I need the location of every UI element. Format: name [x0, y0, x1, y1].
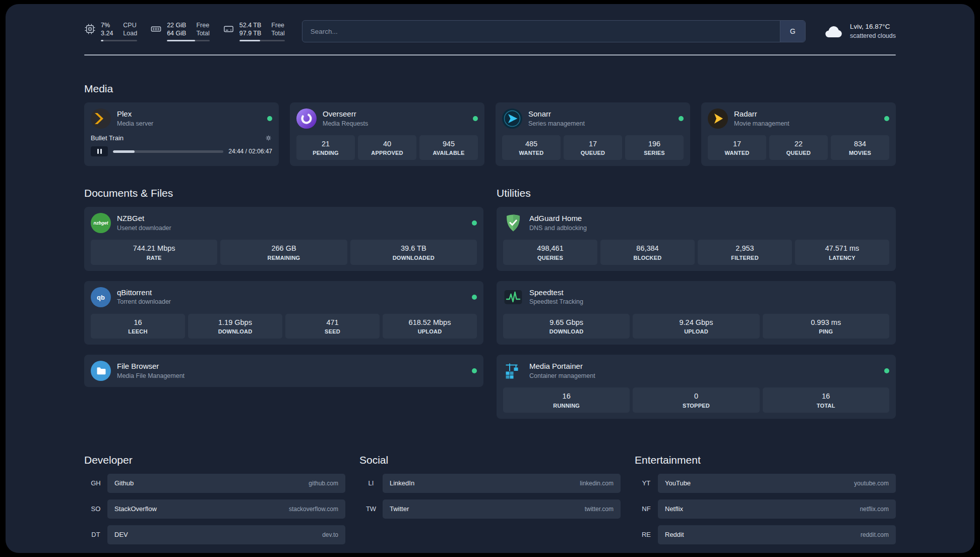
weather-widget: Lviv, 16.87°C scattered clouds — [823, 22, 896, 40]
service-description: Media server — [117, 120, 153, 128]
dashboard-content: 7% 3.24 CPU Load 22 GiB 64 GiB — [6, 4, 974, 553]
memory-total-value: 64 GiB — [167, 29, 186, 37]
bookmark-youtube[interactable]: YT YouTubeyoutube.com — [635, 474, 896, 493]
bookmark-abbr: DT — [84, 525, 107, 544]
service-description: Media Requests — [323, 120, 368, 128]
stat-box: 834MOVIES — [831, 135, 889, 160]
bookmark-name: Netflix — [665, 505, 683, 513]
search-input[interactable] — [302, 21, 780, 42]
bookmark-domain: youtube.com — [854, 480, 889, 487]
stat-box: 86,384BLOCKED — [600, 240, 695, 264]
service-card-overseerr[interactable]: Overseerr Media Requests 21PENDING 40APP… — [290, 102, 484, 166]
plex-icon — [91, 108, 111, 129]
bookmark-domain: netflix.com — [860, 506, 889, 513]
disk-usage-bar — [239, 40, 285, 41]
utilities-column: Utilities AdGuard Home DNS and adblockin… — [497, 187, 896, 418]
cpu-load-value: 3.24 — [101, 29, 113, 37]
memory-total-label: Total — [196, 29, 209, 37]
service-card-speedtest[interactable]: Speedtest Speedtest Tracking 9.65 GbpsDO… — [497, 281, 896, 345]
bookmark-abbr: YT — [635, 474, 658, 493]
svg-text:qb: qb — [97, 294, 105, 301]
service-description: Series management — [528, 120, 585, 128]
stat-box: 945AVAILABLE — [419, 135, 478, 160]
service-card-portainer[interactable]: Media Portainer Container management 16R… — [497, 355, 896, 418]
bookmarks-group-social: Social LI LinkedInlinkedin.com TW Twitte… — [359, 454, 621, 519]
settings-gear-icon[interactable] — [265, 134, 272, 142]
bookmark-linkedin[interactable]: LI LinkedInlinkedin.com — [359, 474, 621, 493]
service-name: AdGuard Home — [529, 214, 587, 224]
stat-box: 22QUEUED — [769, 135, 828, 160]
bookmark-netflix[interactable]: NF Netflixnetflix.com — [635, 499, 896, 519]
bookmark-abbr: RE — [635, 525, 658, 544]
stat-box: 17WANTED — [708, 135, 766, 160]
service-card-filebrowser[interactable]: File Browser Media File Management — [84, 355, 483, 387]
cpu-label: CPU — [123, 21, 137, 29]
service-description: Speedtest Tracking — [529, 298, 583, 306]
bookmark-twitter[interactable]: TW Twittertwitter.com — [359, 499, 621, 519]
stat-box: 1.19 GbpsDOWNLOAD — [188, 314, 282, 339]
documents-column: Documents & Files nzbget NZBGet Usenet d… — [84, 187, 483, 387]
search-bar: G — [302, 20, 806, 42]
disk-free-value: 52.4 TB — [239, 21, 262, 29]
bookmark-dev[interactable]: DT DEVdev.to — [84, 525, 345, 544]
stat-box: 40APPROVED — [358, 135, 416, 160]
filebrowser-icon — [91, 361, 111, 381]
service-card-sonarr[interactable]: Sonarr Series management 485WANTED 17QUE… — [496, 102, 690, 166]
status-dot-online — [884, 116, 889, 121]
playback-progress-bar[interactable] — [113, 150, 223, 153]
screen-frame: 7% 3.24 CPU Load 22 GiB 64 GiB — [0, 0, 980, 557]
bookmark-name: DEV — [114, 531, 128, 538]
status-dot-online — [472, 368, 477, 373]
stat-box: 744.21 MbpsRATE — [91, 240, 217, 264]
stat-box: 9.24 GbpsUPLOAD — [633, 314, 759, 339]
service-card-radarr[interactable]: Radarr Movie management 17WANTED 22QUEUE… — [701, 102, 896, 166]
service-description: Container management — [529, 372, 595, 380]
bookmark-name: StackOverflow — [114, 505, 157, 513]
svg-text:nzbget: nzbget — [94, 221, 109, 226]
topbar-divider — [84, 54, 896, 55]
stat-box: 47.571 msLATENCY — [795, 240, 889, 264]
cpu-chip-icon — [84, 23, 96, 35]
stat-box: 0.993 msPING — [763, 314, 889, 339]
memory-icon — [150, 23, 162, 35]
service-description: Media File Management — [117, 372, 185, 380]
bookmark-abbr: NF — [635, 499, 658, 519]
service-name: File Browser — [117, 362, 185, 371]
stat-box: 498,461QUERIES — [503, 240, 597, 264]
search-provider-button[interactable]: G — [780, 21, 805, 42]
service-card-qbittorrent[interactable]: qb qBittorrent Torrent downloader 16LEEC… — [84, 281, 483, 345]
weather-condition: scattered clouds — [850, 32, 896, 40]
pause-button[interactable] — [91, 146, 108, 156]
bookmark-reddit[interactable]: RE Redditreddit.com — [635, 525, 896, 544]
status-dot-online — [472, 220, 477, 226]
cpu-usage-value: 7% — [101, 21, 113, 29]
stat-box: 0STOPPED — [633, 387, 759, 412]
service-description: DNS and adblocking — [529, 225, 587, 233]
service-name: Media Portainer — [529, 362, 595, 371]
bookmarks-group-entertainment: Entertainment YT YouTubeyoutube.com NF N… — [635, 454, 896, 544]
section-title-utilities: Utilities — [497, 187, 896, 199]
service-name: Speedtest — [529, 288, 583, 298]
status-dot-online — [679, 116, 684, 121]
memory-free-value: 22 GiB — [167, 21, 186, 29]
bookmark-domain: dev.to — [322, 531, 338, 538]
service-card-nzbget[interactable]: nzbget NZBGet Usenet downloader 744.21 M… — [84, 207, 483, 270]
section-title-developer: Developer — [84, 454, 345, 466]
bookmark-name: LinkedIn — [390, 479, 414, 487]
dashboard-app: 7% 3.24 CPU Load 22 GiB 64 GiB — [6, 4, 974, 553]
stat-box: 17QUEUED — [564, 135, 622, 160]
plex-now-playing: Bullet Train 24:44 / 02:06:47 — [91, 134, 272, 156]
bookmark-abbr: TW — [359, 499, 383, 519]
service-name: Overseerr — [323, 109, 368, 119]
service-name: NZBGet — [117, 214, 171, 224]
bookmark-domain: github.com — [309, 480, 338, 487]
service-card-plex[interactable]: Plex Media server Bullet Train 24:44 / 0… — [84, 102, 279, 166]
sonarr-icon — [502, 108, 522, 129]
bookmark-abbr: LI — [359, 474, 383, 493]
bookmark-stackoverflow[interactable]: SO StackOverflowstackoverflow.com — [84, 499, 345, 519]
service-card-adguard[interactable]: AdGuard Home DNS and adblocking 498,461Q… — [497, 207, 896, 270]
overseerr-icon — [296, 108, 317, 129]
stat-box: 9.65 GbpsDOWNLOAD — [503, 314, 630, 339]
stat-box: 196SERIES — [625, 135, 684, 160]
bookmark-github[interactable]: GH Githubgithub.com — [84, 474, 345, 493]
